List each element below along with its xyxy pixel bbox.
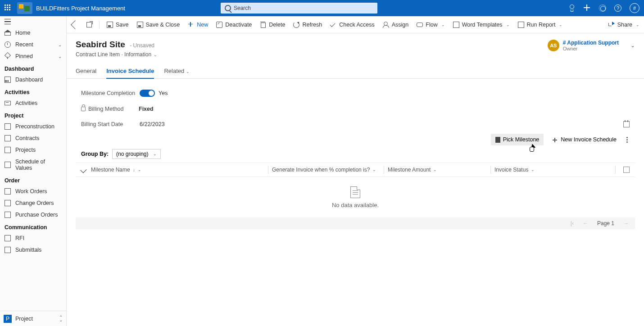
refresh-button[interactable]: Refresh: [292, 20, 323, 30]
pager-prev[interactable]: ←: [583, 220, 588, 226]
calendar-icon[interactable]: [623, 121, 630, 127]
sidebar-section-communication: Communication: [0, 221, 66, 232]
sidebar-item-dashboard[interactable]: Dashboard: [0, 74, 66, 86]
toggle-milestone-completion[interactable]: [140, 90, 155, 97]
deactivate-button[interactable]: Deactivate: [215, 20, 253, 30]
sidebar-section-order: Order: [0, 174, 66, 186]
sidebar-item-preconstruction[interactable]: Preconstruction: [0, 121, 66, 132]
app-title: BUILDFitters Project Management: [36, 5, 125, 12]
work-orders-icon: [5, 188, 11, 195]
sidebar-item-contracts[interactable]: Contracts: [0, 132, 66, 144]
sidebar-item-activities[interactable]: Activities: [0, 97, 66, 109]
sidebar-section-project: Project: [0, 109, 66, 121]
sidebar-label: Preconstruction: [15, 123, 54, 130]
pager-next[interactable]: →: [623, 220, 629, 226]
chevron-down-icon: ⌄: [630, 42, 635, 49]
save-icon: [107, 22, 113, 28]
app-launcher-icon[interactable]: [5, 5, 12, 12]
field-milestone-completion: Milestone Completion Yes: [76, 85, 635, 101]
tab-related[interactable]: Related⌄: [164, 64, 190, 78]
field-value[interactable]: 6/22/2023: [140, 121, 165, 127]
quick-create-icon[interactable]: [584, 5, 591, 12]
new-button[interactable]: New: [187, 20, 209, 30]
report-icon: [518, 22, 524, 28]
sidebar-item-submittals[interactable]: Submittals: [0, 244, 66, 256]
sidebar-item-recent[interactable]: Recent ⌄: [0, 39, 66, 50]
sidebar-item-work-orders[interactable]: Work Orders: [0, 186, 66, 197]
area-label: Project: [15, 316, 33, 322]
delete-button[interactable]: Delete: [259, 20, 286, 30]
group-by-select[interactable]: (no grouping) ⌄: [112, 149, 160, 159]
check-access-button[interactable]: Check Access: [329, 20, 376, 30]
assign-button[interactable]: Assign: [382, 20, 410, 30]
entity-name: Contract Line Item: [76, 51, 120, 58]
field-label: Billing Start Date: [81, 121, 140, 127]
help-icon[interactable]: ?: [614, 5, 621, 12]
sidebar-item-pinned[interactable]: Pinned ⌄: [0, 50, 66, 62]
flow-button[interactable]: Flow⌄: [416, 20, 445, 30]
new-invoice-schedule-button[interactable]: New Invoice Schedule: [547, 134, 621, 145]
sidebar-item-home[interactable]: Home: [0, 27, 66, 39]
submittals-icon: [5, 247, 11, 253]
group-by-label: Group By:: [81, 151, 109, 157]
lightbulb-icon[interactable]: [568, 5, 576, 12]
chevron-down-icon: ⌄: [154, 53, 157, 57]
form-name[interactable]: Information: [124, 51, 151, 58]
sidebar-area-switcher[interactable]: P Project ⌃⌄: [0, 311, 66, 326]
save-close-button[interactable]: Save & Close: [136, 20, 181, 30]
sidebar-label: RFI: [15, 235, 24, 241]
col-generate-invoice[interactable]: Generate Invoice when % completion is?⌄: [272, 167, 380, 173]
sidebar-label: Home: [15, 30, 30, 36]
sidebar-toggle-icon[interactable]: [5, 19, 11, 24]
area-badge: P: [4, 315, 12, 323]
col-invoice-status[interactable]: Invoice Status⌄: [494, 167, 612, 173]
pager-first[interactable]: |‹: [571, 220, 574, 226]
save-button[interactable]: Save: [106, 20, 130, 30]
settings-icon[interactable]: [599, 5, 606, 12]
record-header: Seabird Site - Unsaved Contract Line Ite…: [67, 33, 644, 58]
save-close-icon: [137, 22, 143, 28]
open-in-new-button[interactable]: [86, 20, 93, 29]
sidebar-item-rfi[interactable]: RFI: [0, 232, 66, 244]
flow-icon: [417, 22, 423, 28]
app-logo: [17, 2, 32, 14]
grid-overflow-button[interactable]: [626, 139, 628, 140]
chevron-down-icon: ⌄: [186, 69, 190, 74]
grid-pager: |‹ ← Page 1 →: [76, 217, 635, 229]
sidebar-item-change-orders[interactable]: Change Orders: [0, 197, 66, 209]
sidebar-item-purchase-orders[interactable]: Purchase Orders: [0, 209, 66, 221]
back-button[interactable]: [71, 20, 79, 30]
word-templates-button[interactable]: Word Templates⌄: [452, 20, 511, 30]
col-milestone-name[interactable]: Milestone Name↓⌄: [91, 167, 264, 173]
global-search-input[interactable]: Search: [221, 3, 377, 14]
user-avatar[interactable]: #: [630, 3, 639, 13]
sidebar-section-activities: Activities: [0, 86, 66, 97]
chevron-down-icon: ⌄: [138, 168, 141, 172]
record-owner[interactable]: AS # Application Support Owner ⌄: [548, 40, 635, 51]
sidebar-label: Purchase Orders: [15, 212, 58, 218]
tab-general[interactable]: General: [76, 64, 96, 78]
sidebar-label: Contracts: [15, 135, 40, 141]
check-icon: [330, 22, 336, 28]
share-icon: [608, 22, 615, 28]
pick-milestone-button[interactable]: Pick Milestone: [491, 134, 544, 145]
field-billing-method: Billing Method Fixed: [76, 101, 635, 117]
share-button[interactable]: Share⌄: [608, 22, 639, 28]
chevron-down-icon: ⌄: [506, 23, 510, 27]
sidebar-section-dashboard: Dashboard: [0, 62, 66, 74]
sidebar-label: Schedule of Values: [15, 158, 62, 171]
chevron-down-icon: ⌄: [441, 23, 445, 27]
plus-icon: [552, 136, 558, 143]
pin-icon: [5, 53, 11, 59]
area-updown-icon: ⌃⌄: [59, 316, 63, 321]
col-milestone-amount[interactable]: Milestone Amount⌄: [388, 167, 487, 173]
sidebar-item-projects[interactable]: Projects: [0, 144, 66, 156]
column-options-icon[interactable]: [623, 167, 630, 173]
home-icon: [5, 30, 11, 36]
lock-icon: [81, 107, 86, 111]
select-all-check-icon[interactable]: [80, 167, 86, 173]
rfi-icon: [5, 235, 11, 241]
sidebar-item-sov[interactable]: Schedule of Values: [0, 156, 66, 174]
tab-invoice-schedule[interactable]: Invoice Schedule: [106, 64, 154, 79]
run-report-button[interactable]: Run Report⌄: [517, 20, 564, 30]
